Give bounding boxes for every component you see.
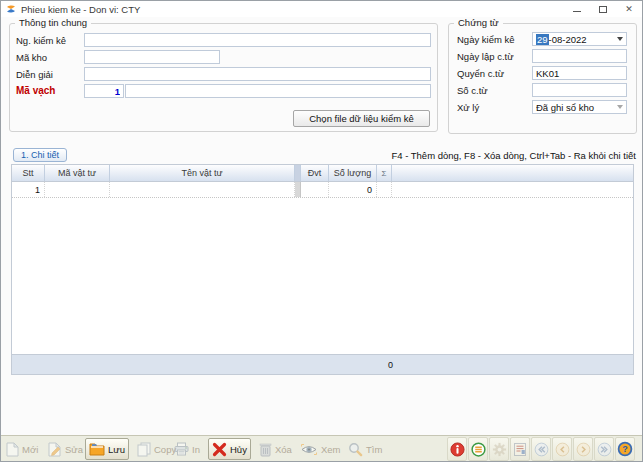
help-button[interactable]: ? (615, 437, 635, 461)
barcode-input[interactable] (125, 84, 431, 98)
close-button[interactable]: ✕ (616, 1, 642, 17)
previous-record-icon (555, 442, 570, 457)
copy-icon (137, 442, 151, 457)
cell-dvt[interactable] (301, 182, 329, 197)
inventory-person-input[interactable] (84, 33, 431, 47)
cell-so-luong[interactable]: 0 (329, 182, 377, 197)
column-header-so-luong[interactable]: Số lượng (329, 165, 377, 181)
document-groupbox: Chứng từ Ngày kiểm kê 29-08-2022 Ngày lậ… (448, 23, 637, 134)
next-record-icon (576, 442, 591, 457)
process-status-select[interactable]: Đã ghi sổ kho (532, 100, 627, 114)
view-button-label: Xem (321, 444, 341, 455)
dropdown-arrow-icon[interactable] (617, 37, 623, 41)
settings-gear-icon (492, 442, 507, 457)
report-button[interactable] (510, 437, 530, 461)
find-button[interactable]: Tìm (345, 438, 385, 460)
titlebar: Phieu kiem ke - Don vi: CTY ✕ (1, 1, 642, 17)
cancel-button-label: Hủy (230, 444, 247, 455)
save-button-label: Lưu (108, 444, 125, 455)
cell-stt[interactable]: 1 (12, 182, 45, 197)
new-document-icon (6, 442, 19, 457)
first-record-icon (534, 442, 549, 457)
column-header-dvt[interactable]: Đvt (301, 165, 329, 181)
toolbar-icon-group: ? (447, 437, 635, 461)
column-header-sum[interactable]: Σ (377, 165, 392, 181)
new-button-label: Mới (22, 444, 38, 455)
general-info-legend: Thông tin chung (15, 17, 91, 29)
cancel-button[interactable]: Hủy (208, 438, 251, 460)
app-logo-icon (6, 4, 16, 14)
previous-record-button[interactable] (552, 437, 572, 461)
print-button-label: In (192, 444, 200, 455)
cell-ten-vat-tu[interactable] (110, 182, 295, 197)
inventory-date-value: 29-08-2022 (536, 34, 615, 45)
description-label: Diễn giải (16, 69, 53, 80)
dropdown-arrow-icon (617, 105, 623, 109)
doc-number-input[interactable] (532, 83, 627, 97)
inventory-date-picker[interactable]: 29-08-2022 (532, 32, 627, 46)
process-status-value: Đã ghi sổ kho (536, 102, 615, 113)
menu-list-button[interactable] (468, 437, 488, 461)
delete-button-label: Xóa (275, 444, 292, 455)
inventory-person-label: Ng. kiểm kê (16, 35, 66, 46)
help-icon: ? (617, 441, 633, 457)
view-button[interactable]: Xem (297, 438, 344, 460)
column-header-ten-vat-tu[interactable]: Tên vật tư (110, 165, 295, 181)
column-header-stt[interactable]: Stt (12, 165, 45, 181)
doc-book-input[interactable] (532, 66, 627, 80)
column-header-filler (392, 165, 633, 181)
process-status-label: Xử lý (457, 102, 479, 113)
info-button[interactable] (447, 437, 467, 461)
summary-total-quantity: 0 (342, 355, 397, 375)
doc-date-input[interactable] (532, 49, 627, 63)
barcode-count-input[interactable] (84, 84, 124, 98)
minimize-icon (573, 11, 581, 12)
find-button-label: Tìm (366, 444, 382, 455)
inventory-date-label: Ngày kiểm kê (457, 34, 515, 45)
maximize-button[interactable] (590, 1, 616, 17)
doc-date-label: Ngày lập c.từ (457, 51, 514, 62)
svg-text:?: ? (622, 444, 628, 454)
info-icon (450, 442, 465, 457)
bottom-toolbar: Mới Sửa Lưu Copy (1, 435, 642, 461)
report-icon (513, 442, 527, 457)
document-legend: Chứng từ (454, 17, 503, 29)
general-info-groupbox: Thông tin chung Ng. kiểm kê Mã kho Diễn … (9, 23, 438, 132)
date-selected-day: 29 (536, 34, 549, 45)
description-input[interactable] (84, 67, 431, 81)
window-title: Phieu kiem ke - Don vi: CTY (21, 4, 140, 15)
choose-file-button-label: Chọn file dữ liệu kiểm kê (309, 113, 414, 124)
print-button[interactable]: In (171, 438, 203, 460)
date-rest: -08-2022 (549, 34, 587, 45)
settings-button[interactable] (489, 437, 509, 461)
shortcut-hint: F4 - Thêm dòng, F8 - Xóa dòng, Ctrl+Tab … (391, 150, 636, 161)
close-icon: ✕ (625, 5, 633, 14)
window-controls: ✕ (564, 1, 642, 17)
warehouse-code-label: Mã kho (16, 52, 47, 63)
edit-icon (48, 442, 62, 457)
next-record-button[interactable] (573, 437, 593, 461)
view-icon (300, 443, 318, 456)
first-record-button[interactable] (531, 437, 551, 461)
save-icon (89, 442, 105, 456)
edit-button-label: Sửa (65, 444, 83, 455)
last-record-button[interactable] (594, 437, 614, 461)
tab-detail[interactable]: 1. Chi tiết (13, 148, 67, 162)
search-icon (348, 442, 363, 457)
minimize-button[interactable] (564, 1, 590, 17)
table-row: 1 0 (12, 182, 633, 198)
warehouse-code-input[interactable] (84, 50, 220, 64)
app-window: Phieu kiem ke - Don vi: CTY ✕ Thông tin … (0, 0, 643, 462)
cell-sum (377, 182, 392, 197)
edit-button[interactable]: Sửa (45, 438, 86, 460)
cell-ma-vat-tu[interactable] (45, 182, 110, 197)
maximize-icon (599, 6, 607, 13)
cancel-icon (212, 442, 227, 457)
save-button[interactable]: Lưu (85, 438, 129, 460)
choose-file-button[interactable]: Chọn file dữ liệu kiểm kê (293, 110, 430, 127)
doc-number-label: Số c.từ (457, 85, 488, 96)
delete-button[interactable]: Xóa (256, 438, 295, 460)
column-header-ma-vat-tu[interactable]: Mã vật tư (45, 165, 110, 181)
print-icon (174, 442, 189, 456)
new-button[interactable]: Mới (3, 438, 41, 460)
